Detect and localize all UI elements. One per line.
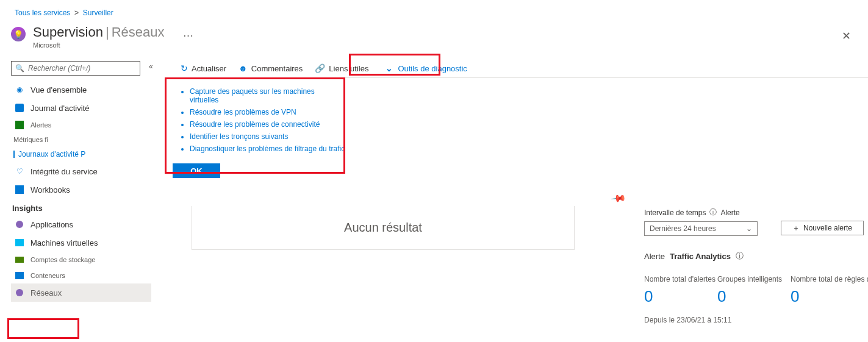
eye-icon: ◉ [15, 85, 24, 94]
breadcrumb-monitor[interactable]: Surveiller [83, 9, 113, 17]
sidebar-item-containers[interactable]: Conteneurs [11, 268, 151, 283]
metric-label: Nombre total de règles d [791, 275, 866, 283]
workbook-icon [15, 185, 24, 194]
diag-item-traffic-filter[interactable]: Diagnostiquer les problèmes de filtrage … [190, 143, 345, 155]
page-header: 💡 Supervision | Réseaux … Microsoft [11, 24, 194, 49]
metric-value: 0 [717, 287, 786, 306]
metric-label: Nombre total d'alertes [644, 275, 712, 283]
refresh-button[interactable]: ↻ Actualiser [177, 61, 230, 76]
sidebar-section-insights: Insights [11, 199, 151, 215]
toolbar-label: Outils de diagnostic [398, 64, 467, 73]
metric-total-alerts: Nombre total d'alertes 0 [644, 275, 712, 306]
search-icon: 🔍 [15, 64, 24, 73]
metric-smart-groups: Groupes intelligents 0 [717, 275, 786, 306]
link-icon: 🔗 [315, 63, 325, 73]
info-icon[interactable]: ⓘ [709, 207, 717, 218]
sidebar-item-metrics[interactable]: Métriques fi [11, 133, 151, 146]
diag-item-packet-capture[interactable]: Capture des paquets sur les machines vir… [190, 85, 345, 106]
sidebar-item-workbooks[interactable]: Workbooks [11, 180, 151, 199]
sidebar-item-label: Applications [30, 220, 73, 229]
chevron-down-icon: ⌄ [386, 63, 393, 73]
book-icon [15, 103, 24, 113]
plus-icon: ＋ [792, 223, 800, 233]
chevron-down-icon: ⌄ [746, 224, 752, 233]
page-subtitle: Microsoft [33, 41, 194, 49]
sidebar-item-overview[interactable]: ◉ Vue d'ensemble [11, 80, 151, 99]
page-title-divider: | [106, 24, 109, 40]
diag-item-next-hops[interactable]: Identifier les tronçons suivants [190, 130, 345, 143]
application-icon [15, 219, 24, 229]
monitor-logo-icon: 💡 [11, 27, 26, 41]
sidebar-item-label: Comptes de stockage [30, 256, 95, 263]
diagnostic-tools-button[interactable]: ⌄ Outils de diagnostic [379, 61, 473, 76]
toolbar: ↻ Actualiser ☻ Commentaires 🔗 Liens util… [177, 61, 473, 76]
refresh-icon: ↻ [181, 63, 188, 73]
flag-icon [15, 120, 24, 130]
useful-links-button[interactable]: 🔗 Liens utiles [311, 61, 372, 76]
sidebar-item-applications[interactable]: Applications [11, 215, 151, 233]
alert-label: Alerte [720, 208, 739, 217]
sidebar-item-label: Alertes [30, 121, 51, 129]
sidebar-item-label: Conteneurs [30, 272, 65, 279]
sidebar-item-label: Journal d'activité [30, 104, 89, 113]
sidebar-item-networks[interactable]: Réseaux [11, 283, 151, 302]
sidebar-item-service-health[interactable]: ♡ Intégrité du service [11, 162, 151, 180]
network-icon [15, 288, 24, 297]
toolbar-label: Commentaires [251, 64, 303, 73]
sidebar-item-label: Métriques fi [13, 136, 48, 143]
toolbar-label: Liens utiles [329, 64, 368, 73]
metric-value: 0 [644, 287, 712, 306]
breadcrumb: Tous les services > Surveiller [15, 9, 113, 17]
sidebar-item-label: Workbooks [30, 185, 70, 194]
container-icon [15, 271, 24, 280]
diagnostic-tools-list: Capture des paquets sur les machines vir… [173, 85, 345, 155]
sidebar: ◉ Vue d'ensemble Journal d'activité Aler… [11, 80, 151, 302]
sidebar-item-label: Journaux d'activité P [18, 150, 85, 159]
pin-icon[interactable]: 📌 [610, 190, 627, 207]
alerts-panel: Intervalle de temps ⓘ Alerte Dernières 2… [644, 207, 866, 324]
highlight-networks-nav [7, 318, 79, 339]
heart-icon: ♡ [15, 166, 24, 176]
time-range-label: Dernières 24 heures [650, 224, 716, 233]
sidebar-item-label: Intégrité du service [30, 167, 98, 176]
sidebar-item-label: Vue d'ensemble [30, 85, 87, 94]
page-title-section: Réseaux [112, 24, 165, 40]
page-title: Supervision [33, 24, 103, 40]
diag-item-connectivity[interactable]: Résoudre les problèmes de connectivité [190, 118, 345, 130]
collapse-sidebar-icon[interactable]: « [149, 62, 153, 71]
alert-word: Alerte [644, 252, 665, 261]
chat-icon: ☻ [239, 63, 248, 73]
close-icon[interactable]: ✕ [842, 29, 851, 43]
vm-icon [15, 238, 24, 248]
traffic-analytics-title: Traffic Analytics [670, 252, 731, 261]
sidebar-item-label: Réseaux [30, 288, 62, 297]
diagnostic-tools-panel: Capture des paquets sur les machines vir… [173, 85, 345, 178]
bar-icon [13, 151, 15, 158]
search-input[interactable] [28, 64, 136, 73]
sidebar-search[interactable]: 🔍 [11, 61, 140, 76]
comments-button[interactable]: ☻ Commentaires [235, 61, 306, 76]
metric-total-rules: Nombre total de règles d 0 [791, 275, 866, 306]
breadcrumb-all-services[interactable]: Tous les services [15, 9, 70, 17]
metric-value: 0 [791, 287, 866, 306]
ok-button[interactable]: OK [173, 163, 220, 178]
sidebar-item-vms[interactable]: Machines virtuelles [11, 233, 151, 252]
no-result-card: Aucun résultat [192, 206, 575, 250]
sidebar-item-alerts[interactable]: Alertes [11, 117, 151, 133]
sidebar-item-storage[interactable]: Comptes de stockage [11, 252, 151, 268]
diag-item-vpn[interactable]: Résoudre les problèmes de VPN [190, 106, 345, 118]
metric-label: Groupes intelligents [717, 275, 786, 283]
toolbar-label: Actualiser [192, 64, 226, 73]
sidebar-item-activity-log[interactable]: Journal d'activité [11, 99, 151, 117]
no-result-text: Aucun résultat [344, 221, 422, 235]
interval-label: Intervalle de temps [644, 208, 706, 217]
time-range-select[interactable]: Dernières 24 heures ⌄ [644, 221, 758, 236]
more-menu-icon[interactable]: … [183, 27, 194, 40]
sidebar-item-label: Machines virtuelles [30, 238, 98, 248]
storage-icon [15, 255, 24, 265]
info-icon[interactable]: ⓘ [736, 251, 744, 262]
since-timestamp: Depuis le 23/06/21 à 15:11 [644, 316, 866, 324]
toolbar-divider [165, 77, 868, 78]
new-alert-button[interactable]: ＋ Nouvelle alerte [781, 221, 864, 235]
sidebar-item-activity-logs-p[interactable]: Journaux d'activité P [11, 146, 151, 162]
